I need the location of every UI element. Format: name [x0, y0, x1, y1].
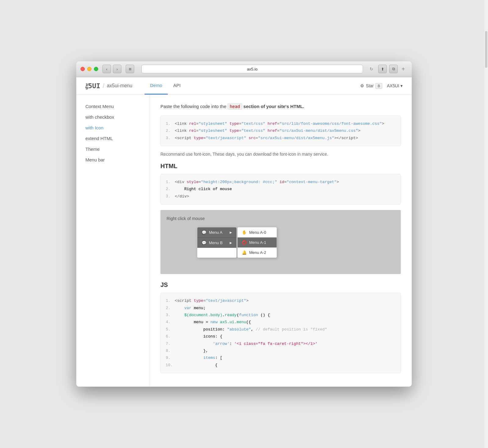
sidebar-item-theme[interactable]: Theme — [76, 144, 149, 154]
menu-a-icon: 💬 — [202, 230, 206, 235]
js-line-5: 5. position: "absolute", // default posi… — [166, 326, 396, 333]
page-layout: 𝜉5UI / ax5ui-menu Demo API ⚙ Star 8 AX5U… — [76, 77, 412, 387]
toolbar-right: ⬆ ⧉ — [378, 65, 398, 73]
html-section-title: HTML — [160, 163, 401, 170]
title-bar: ‹ › ⊞ ax5.io ↻ ⬆ ⧉ + — [76, 61, 412, 77]
back-button[interactable]: ‹ — [102, 65, 111, 73]
sidebar-item-context-menu[interactable]: Context Menu — [76, 101, 149, 112]
recommend-text: Recommand use font-icon, These days, you… — [160, 152, 401, 157]
code-content-1: <link rel="stylesheet" type="text/css" h… — [175, 120, 396, 127]
js-line-7: 7. 'arrow': '<i class="fa fa-caret-right… — [166, 340, 396, 347]
nav-buttons: ‹ › — [102, 65, 121, 73]
tab-demo[interactable]: Demo — [145, 77, 168, 95]
new-window-button[interactable]: ⧉ — [389, 65, 398, 73]
code-content-3: <script type="text/javascript" src="src/… — [175, 135, 396, 142]
forward-button[interactable]: › — [113, 65, 121, 73]
logo-x5: 𝜉5UI — [85, 82, 100, 90]
github-icon: ⚙ — [360, 83, 364, 88]
intro-text-start: Paste the following code into the — [160, 104, 226, 109]
sub-menu-item-a2[interactable]: 🔔 Menu A-2 — [238, 247, 277, 258]
js-section-title: JS — [160, 281, 401, 288]
html-code-line-2: 2. Right click of mouse — [166, 186, 396, 193]
sub-a0-label: Menu A-0 — [249, 230, 266, 235]
sub-a2-label: Menu A-2 — [249, 250, 266, 255]
traffic-lights — [81, 67, 98, 71]
sub-menu-item-a0[interactable]: ✋ Menu A-0 — [238, 227, 277, 237]
logo-separator: / — [103, 82, 105, 89]
line-num-1: 1. — [166, 120, 170, 127]
js-line-6: 6. icons: { — [166, 333, 396, 340]
js-line-4: 4. menu = new ax5.ui.menu({ — [166, 319, 396, 326]
star-count: 8 — [375, 83, 382, 89]
content-area: Context Menu with checkbox with Icon ext… — [76, 95, 412, 387]
nav-tabs: Demo API — [145, 77, 186, 95]
sub-menu-item-a1[interactable]: ⭕ Menu A-1 — [238, 237, 277, 247]
line-num-2: 2. — [166, 127, 170, 134]
nav-right: ⚙ Star 8 AX5UI ▾ — [360, 83, 403, 89]
code-content-2: <link rel="stylesheet" type="text/css" h… — [175, 127, 396, 134]
logo-area: 𝜉5UI / ax5ui-menu — [85, 82, 132, 90]
new-tab-button[interactable]: + — [399, 65, 407, 73]
html-code-line-1: 1. <div style="height:200px;background: … — [166, 179, 396, 186]
js-line-1: 1. <script type="text/javascript"> — [166, 297, 396, 304]
sub-a1-icon: ⭕ — [242, 240, 247, 245]
address-bar[interactable]: ax5.io — [142, 65, 363, 73]
js-line-8: 8. }, — [166, 347, 396, 354]
minimize-button[interactable] — [87, 67, 92, 71]
menu-item-b[interactable]: 💬 Menu B ▶ — [197, 238, 236, 248]
js-code-block: 1. <script type="text/javascript"> 2. va… — [160, 293, 401, 373]
js-line-10: 10. { — [166, 362, 396, 369]
head-highlight: head — [228, 103, 242, 110]
sidebar-item-extend-html[interactable]: extend HTML — [76, 133, 149, 144]
js-line-2: 2. var menu; — [166, 305, 396, 312]
main-content: Paste the following code into the head s… — [149, 95, 412, 387]
menu-item-a[interactable]: 💬 Menu A ▶ — [197, 227, 236, 238]
demo-area[interactable]: Right click of mouse 💬 Menu A ▶ 💬 Menu B — [160, 210, 401, 274]
menu-b-arrow: ▶ — [230, 241, 232, 244]
sidebar: Context Menu with checkbox with Icon ext… — [76, 95, 149, 387]
js-line-9: 9. items: [ — [166, 354, 396, 361]
sub-context-menu: ✋ Menu A-0 ⭕ Menu A-1 🔔 Menu A-2 — [237, 227, 277, 258]
main-context-menu: 💬 Menu A ▶ 💬 Menu B ▶ — [197, 227, 237, 258]
refresh-button[interactable]: ↻ — [368, 65, 375, 73]
tab-api[interactable]: API — [168, 77, 186, 95]
reader-button[interactable]: ⊞ — [126, 65, 134, 73]
share-button[interactable]: ⬆ — [378, 65, 387, 73]
intro-paragraph: Paste the following code into the head s… — [160, 103, 401, 110]
close-button[interactable] — [81, 67, 85, 71]
chevron-down-icon: ▾ — [400, 83, 403, 88]
code-line-2: 2. <link rel="stylesheet" type="text/css… — [166, 127, 396, 134]
menu-a-label: Menu A — [209, 230, 222, 235]
github-star[interactable]: ⚙ Star 8 — [360, 83, 382, 89]
menu-demo: 💬 Menu A ▶ 💬 Menu B ▶ — [197, 227, 395, 258]
top-nav: 𝜉5UI / ax5ui-menu Demo API ⚙ Star 8 AX5U… — [76, 77, 412, 95]
sub-a0-icon: ✋ — [242, 230, 247, 235]
url-text: ax5.io — [247, 67, 258, 71]
sidebar-item-checkbox[interactable]: with checkbox — [76, 112, 149, 122]
head-code-block: 1. <link rel="stylesheet" type="text/css… — [160, 116, 401, 146]
sub-a1-label: Menu A-1 — [249, 240, 266, 245]
line-num-3: 3. — [166, 135, 170, 142]
js-line-3: 3. $(document.body).ready(function () { — [166, 312, 396, 319]
html-code-line-3: 3. </div> — [166, 193, 396, 200]
sub-a2-icon: 🔔 — [242, 250, 247, 255]
intro-text-end: section of your site's HTML. — [243, 104, 304, 109]
demo-label: Right click of mouse — [167, 216, 395, 221]
project-name: ax5ui-menu — [107, 83, 132, 89]
sidebar-item-menu-bar[interactable]: Menu bar — [76, 154, 149, 165]
maximize-button[interactable] — [94, 67, 98, 71]
browser-window: ‹ › ⊞ ax5.io ↻ ⬆ ⧉ + 𝜉5UI / ax5ui-menu D… — [76, 61, 412, 387]
menu-b-label: Menu B — [209, 240, 223, 245]
ax5ui-dropdown[interactable]: AX5UI ▾ — [387, 83, 403, 88]
html-code-block: 1. <div style="height:200px;background: … — [160, 174, 401, 204]
ax5ui-label: AX5UI — [387, 83, 399, 88]
menu-a-arrow: ▶ — [230, 231, 232, 234]
menu-b-icon: 💬 — [202, 240, 206, 245]
star-label: Star — [366, 83, 374, 88]
code-line-1: 1. <link rel="stylesheet" type="text/css… — [166, 120, 396, 127]
code-line-3: 3. <script type="text/javascript" src="s… — [166, 135, 396, 142]
sidebar-item-with-icon[interactable]: with Icon — [76, 122, 149, 133]
